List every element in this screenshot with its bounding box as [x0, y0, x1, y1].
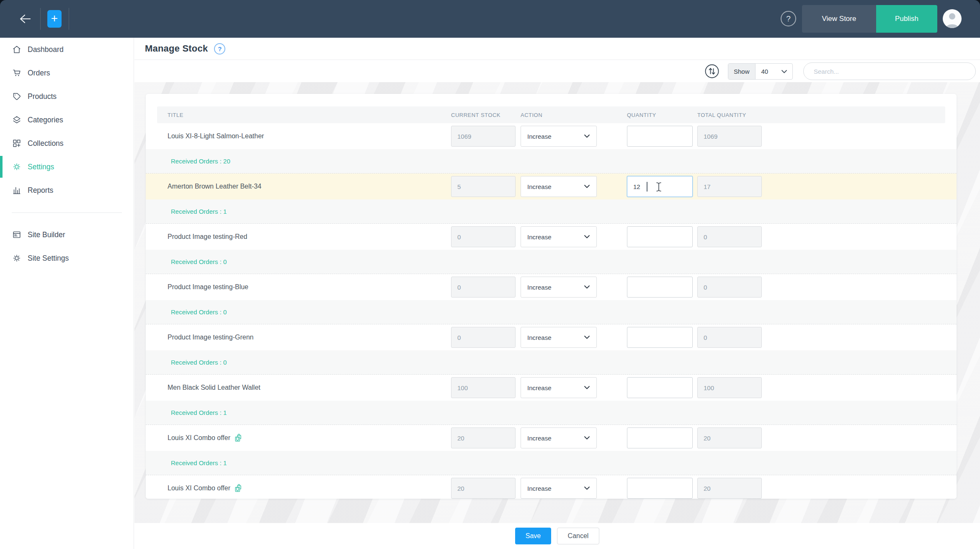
- bar-chart-icon: [12, 186, 21, 195]
- product-title: Louis XI Combo offer: [168, 434, 230, 442]
- browser-icon: [12, 230, 21, 239]
- sidebar-item-label: Products: [28, 92, 57, 101]
- sidebar-item-products[interactable]: Products: [0, 85, 134, 108]
- action-select[interactable]: Increase: [521, 126, 597, 147]
- quantity-input[interactable]: [627, 327, 693, 348]
- quantity-input[interactable]: [627, 478, 693, 499]
- action-select-value: Increase: [527, 435, 552, 442]
- save-button[interactable]: Save: [515, 528, 551, 544]
- table-row: Louis XI-8-Light Salmon-Leather Increase: [146, 123, 957, 149]
- product-title: Product Image testing-Blue: [168, 283, 248, 291]
- page-size-select[interactable]: 40: [756, 64, 792, 79]
- quantity-input[interactable]: [627, 226, 693, 247]
- received-orders-row: Received Orders : 0: [146, 300, 957, 324]
- sidebar-item-label: Site Settings: [28, 254, 69, 263]
- show-label: Show: [728, 64, 756, 79]
- quantity-input[interactable]: [627, 377, 693, 398]
- sidebar-item-settings[interactable]: Settings: [0, 155, 134, 179]
- chevron-down-icon: [584, 184, 590, 189]
- table-row: Product Image testing-Red Increase: [146, 224, 957, 250]
- received-orders-row: Received Orders : 1: [146, 199, 957, 224]
- cancel-button[interactable]: Cancel: [557, 528, 599, 544]
- chevron-down-icon: [584, 335, 590, 339]
- total-quantity-input: [697, 478, 762, 499]
- sidebar: Dashboard Orders Products Categories Col…: [0, 38, 134, 549]
- quantity-input[interactable]: [627, 427, 693, 448]
- action-select[interactable]: Increase: [521, 327, 597, 348]
- total-quantity-input: [697, 277, 762, 298]
- table-body: Louis XI-8-Light Salmon-Leather Increase: [146, 123, 957, 499]
- chevron-down-icon: [584, 436, 590, 440]
- quantity-input[interactable]: [627, 277, 693, 298]
- navbar-divider: [69, 8, 69, 30]
- product-title: Product Image testing-Grenn: [168, 334, 253, 341]
- gear-icon: [12, 162, 21, 171]
- action-select[interactable]: Increase: [521, 277, 597, 298]
- ibeam-cursor-icon: [655, 182, 662, 192]
- sidebar-item-dashboard[interactable]: Dashboard: [0, 38, 134, 61]
- current-stock-input: [451, 427, 516, 448]
- received-orders-label: Received Orders : 1: [171, 208, 227, 215]
- tag-icon: [12, 92, 21, 101]
- sidebar-item-label: Reports: [28, 186, 53, 195]
- back-button[interactable]: [16, 10, 34, 28]
- action-select-value: Increase: [527, 384, 552, 391]
- received-orders-label: Received Orders : 1: [171, 409, 227, 416]
- received-orders-label: Received Orders : 0: [171, 258, 227, 265]
- top-navbar: + ? View Store Publish: [0, 0, 980, 38]
- action-select[interactable]: Increase: [521, 427, 597, 448]
- sidebar-item-reports[interactable]: Reports: [0, 179, 134, 202]
- table-row: Louis XI Combo offer Increase: [146, 425, 957, 451]
- content-area: TITLE CURRENT STOCK ACTION QUANTITY TOTA…: [134, 82, 980, 523]
- action-select-value: Increase: [527, 485, 552, 492]
- total-quantity-input: [697, 226, 762, 247]
- current-stock-input: [451, 478, 516, 499]
- received-orders-label: Received Orders : 20: [171, 158, 230, 165]
- product-title: Louis XI-8-Light Salmon-Leather: [168, 132, 264, 140]
- cart-icon: [12, 68, 21, 78]
- avatar[interactable]: [943, 9, 962, 28]
- total-quantity-input: [697, 327, 762, 348]
- sort-button[interactable]: [704, 64, 720, 79]
- table-row: Men Black Solid Leather Wallet Increase: [146, 375, 957, 401]
- chevron-down-icon: [584, 235, 590, 239]
- action-select[interactable]: Increase: [521, 377, 597, 398]
- chevron-down-icon: [584, 486, 590, 490]
- publish-button[interactable]: Publish: [876, 5, 937, 33]
- total-quantity-input: [697, 176, 762, 197]
- gear-icon: [12, 254, 21, 263]
- action-select[interactable]: Increase: [521, 226, 597, 247]
- sidebar-divider: [12, 212, 122, 213]
- product-title: Men Black Solid Leather Wallet: [168, 384, 260, 391]
- quantity-input[interactable]: [627, 126, 693, 147]
- combo-offer-icon: [234, 484, 243, 493]
- view-store-button[interactable]: View Store: [802, 5, 876, 33]
- received-orders-row: Received Orders : 1: [146, 451, 957, 475]
- search-input[interactable]: [803, 62, 976, 80]
- page-help-icon[interactable]: ?: [214, 43, 225, 54]
- sidebar-item-site-builder[interactable]: Site Builder: [0, 223, 134, 246]
- grid-plus-icon: [12, 139, 21, 148]
- current-stock-input: [451, 277, 516, 298]
- action-select[interactable]: Increase: [521, 478, 597, 499]
- sidebar-item-label: Orders: [28, 69, 50, 78]
- sidebar-item-orders[interactable]: Orders: [0, 61, 134, 85]
- sidebar-item-collections[interactable]: Collections: [0, 132, 134, 155]
- chevron-down-icon: [584, 386, 590, 390]
- sidebar-item-site-settings[interactable]: Site Settings: [0, 246, 134, 270]
- page-size-control: Show 40: [728, 63, 793, 80]
- page-header: Manage Stock ?: [134, 38, 980, 60]
- page-size-value: 40: [761, 68, 769, 75]
- received-orders-label: Received Orders : 0: [171, 359, 227, 366]
- current-stock-input: [451, 126, 516, 147]
- sidebar-item-label: Settings: [28, 163, 54, 171]
- sidebar-item-label: Dashboard: [28, 45, 64, 54]
- add-new-button[interactable]: +: [47, 10, 62, 28]
- sidebar-item-categories[interactable]: Categories: [0, 108, 134, 132]
- product-title: Amerton Brown Leather Belt-34: [168, 183, 261, 190]
- chevron-down-icon: [584, 134, 590, 138]
- action-select[interactable]: Increase: [521, 176, 597, 197]
- column-header-current-stock: CURRENT STOCK: [451, 112, 521, 118]
- total-quantity-input: [697, 126, 762, 147]
- help-button[interactable]: ?: [781, 11, 796, 26]
